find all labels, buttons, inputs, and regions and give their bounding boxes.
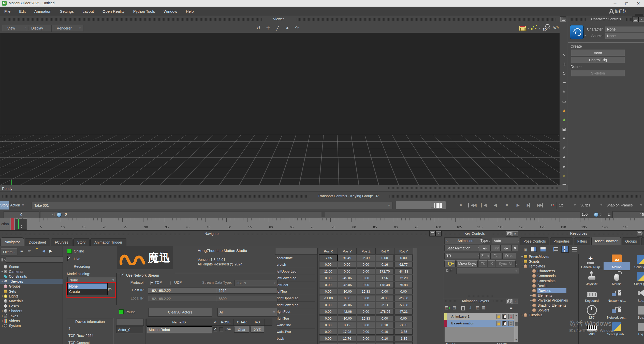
- actor-filter-dropdown[interactable]: All▽: [217, 308, 277, 317]
- bone-name-rightToe[interactable]: rightToe: [277, 316, 315, 322]
- expand-icon[interactable]: +: [1, 314, 4, 318]
- expand-icon[interactable]: +: [1, 309, 4, 313]
- bone-cell[interactable]: 0.00: [394, 289, 413, 294]
- asset-item-keyboard[interactable]: Keyboard: [580, 288, 604, 303]
- marker-dots-icon[interactable]: [531, 25, 538, 31]
- keyframe-display-toggle[interactable]: [396, 201, 446, 209]
- local-ip-field[interactable]: 192.168.2.22: [148, 296, 219, 302]
- actor-row[interactable]: Actor_0: [116, 326, 143, 333]
- bone-cell[interactable]: -53.88: [394, 302, 413, 308]
- set-key-button[interactable]: Key: [491, 245, 501, 251]
- layers-scrollbar[interactable]: ▲ ▼: [514, 313, 518, 342]
- layer-mute-icon[interactable]: ⊘: [508, 314, 514, 319]
- key-controls-float-button[interactable]: [506, 231, 512, 236]
- resources-tab-pose-controls[interactable]: Pose Controls: [520, 237, 549, 245]
- character-icon[interactable]: [570, 25, 584, 39]
- bone-cell[interactable]: 0.00: [394, 316, 413, 321]
- zoom-2d-icon[interactable]: 2D: [543, 24, 551, 32]
- minimize-button[interactable]: ─: [609, 0, 621, 7]
- local-port-field[interactable]: 8899: [217, 296, 277, 302]
- scene-tree-item-constraints[interactable]: Constraints: [0, 274, 63, 279]
- bone-name-leftLowerLeg[interactable]: leftLowerLeg: [277, 275, 315, 281]
- actor-name-field[interactable]: Motion Robot: [147, 326, 212, 333]
- menu-window[interactable]: Window: [159, 7, 181, 16]
- asset-item-script-emb-[interactable]: Script (Emb...: [605, 322, 629, 336]
- bone-name-crotch[interactable]: crotch: [277, 262, 315, 268]
- bone-cell[interactable]: -2.11: [376, 302, 394, 308]
- menu-python-tools[interactable]: Python Tools: [129, 7, 159, 16]
- bone-cell[interactable]: -0.36: [376, 295, 394, 301]
- bone-cell[interactable]: 0.16: [376, 262, 394, 267]
- list-options-icon[interactable]: ≡: [20, 248, 23, 253]
- animation-layer-row-BaseAnimation[interactable]: BaseAnimation1⊘: [444, 320, 514, 327]
- recording-checkbox[interactable]: [68, 264, 68, 268]
- scene-tree-item-materials[interactable]: Materials: [0, 299, 63, 304]
- sphere-tool-icon[interactable]: ●: [561, 154, 568, 160]
- brush-tool-icon[interactable]: ✐: [561, 144, 568, 151]
- actor-green-tool-icon[interactable]: ♟: [561, 117, 568, 123]
- bone-name-leftFoot[interactable]: leftFoot: [277, 282, 315, 288]
- bone-cell[interactable]: 0.00: [319, 282, 337, 288]
- sphere-icon[interactable]: ●: [283, 25, 291, 31]
- splitter-handle[interactable]: [388, 187, 558, 189]
- bone-cell[interactable]: 0.00: [338, 262, 356, 267]
- pause-indicator[interactable]: [119, 309, 124, 314]
- forward-icon[interactable]: ▶: [49, 249, 52, 253]
- tcp-radio[interactable]: [150, 281, 151, 285]
- layer-mute-icon[interactable]: ⊘: [508, 321, 514, 326]
- live-checkbox[interactable]: [67, 256, 68, 261]
- asset-item-sou-[interactable]: Sou...: [630, 288, 644, 303]
- expand-icon[interactable]: +: [521, 255, 524, 258]
- expand-icon[interactable]: +: [529, 303, 532, 307]
- draw-curve-icon[interactable]: ∿✎: [552, 25, 560, 31]
- host-ip-field[interactable]: 192.168.2.22: [148, 288, 219, 294]
- bone-cell[interactable]: -45.06: [338, 275, 356, 281]
- pan-icon[interactable]: ✛: [264, 25, 272, 31]
- bone-cell[interactable]: 0.00: [357, 282, 375, 288]
- layer-lock-icon[interactable]: [496, 314, 501, 319]
- bone-cell[interactable]: -10.00: [338, 289, 356, 294]
- bone-cell[interactable]: -3.35: [394, 329, 413, 335]
- bone-name-head[interactable]: head: [277, 342, 315, 344]
- navigator-float-button[interactable]: [429, 231, 435, 236]
- current-frame-field[interactable]: 0: [4, 211, 39, 218]
- next-frame-button[interactable]: ▶▎: [524, 202, 535, 208]
- bone-cell[interactable]: 0.00: [319, 342, 337, 344]
- bone-cell[interactable]: 0.00: [357, 322, 375, 328]
- clear-all-actors-button[interactable]: Clear All Actors: [148, 308, 212, 317]
- bone-cell[interactable]: 27.64: [338, 342, 356, 344]
- display-menu-button[interactable]: Display▼: [26, 25, 55, 32]
- bone-name-leftUpperLeg[interactable]: leftUpperLeg: [277, 268, 315, 275]
- expand-icon[interactable]: +: [521, 313, 524, 317]
- move-keys-button[interactable]: Move Keys: [456, 260, 478, 267]
- bone-cell[interactable]: 72.29: [394, 275, 413, 281]
- bone-name-waistOne[interactable]: waistOne: [277, 322, 315, 328]
- bone-cell[interactable]: 62.77: [394, 262, 413, 267]
- snap-dropdown[interactable]: Snap on Frames▽: [606, 202, 642, 208]
- asset-tree-item-elements[interactable]: +Elements: [519, 293, 578, 298]
- asset-tree-item-shading-elements[interactable]: +Shading Elements: [519, 303, 578, 308]
- maximize-button[interactable]: ▢: [621, 0, 632, 7]
- bone-cell[interactable]: -3.35: [394, 322, 413, 328]
- bone-cell[interactable]: -7.55: [319, 255, 337, 261]
- flat-button[interactable]: Flat: [491, 253, 502, 259]
- bone-table-scrollbar[interactable]: [413, 248, 417, 344]
- bone-cell[interactable]: 0.00: [357, 336, 375, 341]
- animation-layers-close-button[interactable]: ×: [512, 299, 518, 304]
- delete-layer-icon[interactable]: [461, 306, 465, 310]
- ik-button[interactable]: IK: [488, 260, 495, 267]
- duplicate-layer-icon[interactable]: ▤: [452, 305, 456, 310]
- bone-cell[interactable]: -10.00: [338, 316, 356, 321]
- bone-cell[interactable]: 0.00: [376, 316, 394, 321]
- resources-tab-groups[interactable]: Groups: [622, 237, 640, 245]
- asset-item-motion[interactable]: ∞Motion: [605, 255, 629, 269]
- end-frame-field[interactable]: 150: [612, 211, 644, 218]
- bone-cell[interactable]: -3.35: [394, 336, 413, 341]
- bone-name-rightFoot[interactable]: rightFoot: [277, 309, 315, 315]
- detail-view-icon[interactable]: [572, 247, 577, 251]
- animation-layers-float-button[interactable]: [506, 299, 512, 304]
- bone-cell[interactable]: 0.00: [357, 309, 375, 315]
- favorite-filter-icon[interactable]: ☆: [27, 249, 31, 253]
- back-icon[interactable]: ◀: [42, 249, 45, 253]
- resources-tab-filters[interactable]: Filters: [574, 237, 590, 245]
